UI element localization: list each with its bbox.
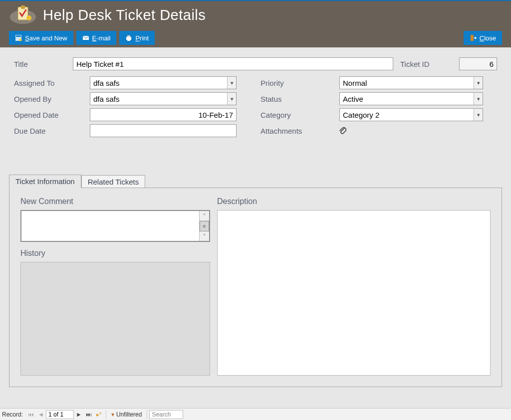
history-label: History	[20, 249, 210, 258]
paperclip-icon	[338, 126, 346, 135]
nav-prev-button[interactable]: ◄	[36, 410, 46, 420]
toolbar: Save and New E-mail Print Close	[9, 31, 502, 45]
description-input[interactable]	[217, 210, 491, 376]
nav-filter[interactable]: ▾ Unfiltered	[108, 411, 145, 418]
form-area: Title Ticket ID Assigned To dfa safs ▾ O…	[0, 47, 511, 144]
ticket-id-input	[459, 57, 497, 70]
description-label: Description	[217, 197, 491, 206]
chevron-down-icon: ▾	[227, 93, 236, 105]
priority-combo[interactable]: Normal ▾	[339, 76, 483, 89]
scroll-up-icon[interactable]: ˄	[200, 211, 209, 221]
nav-search-input[interactable]	[149, 410, 183, 419]
svg-rect-11	[471, 35, 474, 41]
svg-point-3	[26, 15, 31, 20]
svg-point-6	[19, 39, 22, 41]
new-comment-input[interactable]	[21, 211, 199, 241]
tab-panel: New Comment ˄ ≡ ˅ History Description	[9, 188, 502, 387]
title-input[interactable]	[73, 57, 393, 70]
nav-first-button[interactable]: ⏮	[26, 410, 36, 420]
svg-rect-2	[21, 5, 25, 9]
opened-by-label: Opened By	[14, 95, 90, 103]
tab-ticket-information[interactable]: Ticket Information	[9, 175, 81, 188]
opened-by-combo[interactable]: dfa safs ▾	[90, 92, 237, 105]
category-label: Category	[260, 111, 339, 119]
due-date-label: Due Date	[14, 127, 90, 135]
status-combo[interactable]: Active ▾	[339, 92, 483, 105]
title-label: Title	[14, 60, 73, 68]
record-label: Record:	[0, 411, 26, 418]
app-logo-icon	[9, 5, 37, 25]
chevron-down-icon: ▾	[474, 77, 483, 89]
scroll-thumb[interactable]: ≡	[200, 221, 209, 231]
nav-next-button[interactable]: ►	[74, 410, 84, 420]
chevron-down-icon: ▾	[474, 109, 483, 121]
print-icon	[125, 34, 132, 41]
chevron-down-icon: ▾	[474, 93, 483, 105]
history-box	[20, 262, 210, 376]
assigned-to-label: Assigned To	[14, 79, 90, 87]
svg-rect-5	[16, 35, 21, 37]
new-comment-label: New Comment	[20, 197, 210, 206]
attachments-field[interactable]: (0)	[338, 126, 346, 135]
opened-date-label: Opened Date	[14, 111, 90, 119]
nav-last-button[interactable]: ⏭	[84, 410, 94, 420]
email-button[interactable]: E-mail	[76, 31, 117, 45]
svg-rect-10	[127, 39, 130, 41]
assigned-to-combo[interactable]: dfa safs ▾	[90, 76, 237, 89]
close-button[interactable]: Close	[464, 31, 502, 45]
filter-icon: ▾	[111, 411, 114, 418]
email-icon	[82, 34, 89, 41]
category-combo[interactable]: Category 2 ▾	[339, 108, 483, 121]
nav-position-input[interactable]	[46, 410, 74, 419]
chevron-down-icon: ▾	[227, 77, 236, 89]
due-date-input[interactable]	[90, 124, 237, 137]
tab-related-tickets[interactable]: Related Tickets	[81, 175, 146, 188]
scroll-down-icon[interactable]: ˅	[200, 231, 209, 241]
nav-new-button[interactable]: ▸*	[94, 410, 104, 420]
record-navigator: Record: ⏮ ◄ ► ⏭ ▸* ▾ Unfiltered	[0, 408, 511, 420]
page-title: Help Desk Ticket Details	[43, 7, 206, 23]
print-button[interactable]: Print	[119, 31, 155, 45]
status-label: Status	[260, 95, 339, 103]
opened-date-input[interactable]	[90, 108, 237, 121]
priority-label: Priority	[260, 79, 339, 87]
tabs: Ticket Information Related Tickets New C…	[9, 174, 502, 387]
header: Help Desk Ticket Details Save and New E-…	[0, 1, 511, 47]
save-icon	[15, 34, 22, 41]
close-door-icon	[470, 34, 477, 41]
svg-rect-9	[127, 35, 130, 37]
attachments-label: Attachments	[260, 127, 339, 135]
save-and-new-button[interactable]: Save and New	[9, 31, 73, 45]
comment-scrollbar[interactable]: ˄ ≡ ˅	[199, 211, 209, 241]
ticket-id-label: Ticket ID	[400, 60, 459, 68]
new-comment-box: ˄ ≡ ˅	[20, 210, 210, 242]
